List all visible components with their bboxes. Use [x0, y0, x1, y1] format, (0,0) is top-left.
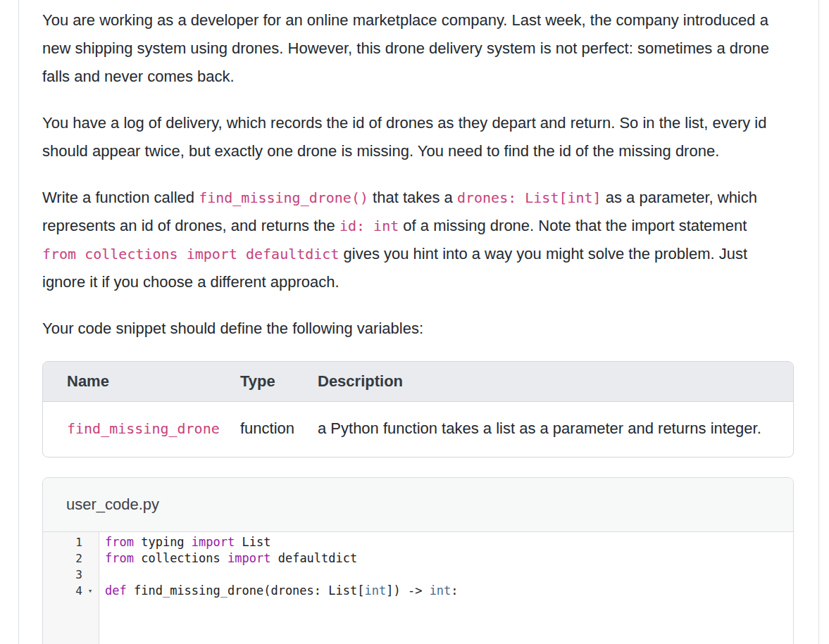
- line-number: 2: [43, 550, 82, 567]
- inline-code: drones: List[int]: [457, 189, 602, 206]
- fold-arrow-icon[interactable]: ▾: [82, 583, 98, 599]
- code-line[interactable]: from typing import List: [105, 534, 793, 550]
- code-editor[interactable]: 1234▾ from typing import Listfrom collec…: [43, 532, 793, 644]
- code-editor-panel: user_code.py 1234▾ from typing import Li…: [42, 477, 794, 644]
- paragraph: You have a log of delivery, which record…: [42, 109, 794, 165]
- gutter-row: 4▾: [43, 583, 99, 599]
- table-header-cell: Description: [318, 362, 793, 402]
- fold-spacer: [82, 567, 98, 583]
- table-header-cell: Name: [43, 362, 240, 402]
- gutter-row: 3: [43, 567, 99, 583]
- table-header-row: NameTypeDescription: [43, 362, 793, 402]
- code-line[interactable]: def find_missing_drone(drones: List[int]…: [105, 583, 793, 599]
- code-line[interactable]: [105, 567, 793, 583]
- code-line[interactable]: from collections import defaultdict: [105, 550, 793, 567]
- cell-name: find_missing_drone: [43, 402, 240, 457]
- editor-header: user_code.py: [43, 478, 793, 532]
- paragraph: You are working as a developer for an on…: [42, 6, 794, 91]
- code-token-plain: typing: [134, 535, 192, 549]
- code-token-keyword: def: [105, 583, 127, 598]
- line-number: 3: [43, 567, 82, 583]
- paragraph: Your code snippet should define the foll…: [42, 315, 794, 343]
- problem-statement: You are working as a developer for an on…: [42, 6, 794, 343]
- editor-gutter: 1234▾: [43, 532, 99, 644]
- gutter-row: 2: [43, 550, 99, 567]
- variables-table-header: NameTypeDescription: [43, 362, 793, 402]
- editor-code-area[interactable]: from typing import Listfrom collections …: [99, 532, 793, 644]
- code-token-plain: defaultdict: [270, 551, 357, 565]
- inline-code: find_missing_drone: [67, 420, 220, 437]
- code-token-plain: find_missing_drone(drones: List[: [127, 583, 365, 598]
- code-token-builtin: int: [364, 583, 386, 598]
- variables-table-body: find_missing_dronefunctiona Python funct…: [43, 402, 793, 457]
- code-token-keyword: import: [227, 551, 270, 565]
- code-token-plain: List: [235, 535, 270, 549]
- code-token-plain: ]) ->: [386, 583, 429, 598]
- cell-description: a Python function takes a list as a para…: [318, 402, 793, 457]
- line-number: 1: [43, 534, 82, 550]
- code-token-keyword: import: [192, 535, 235, 549]
- table-header-cell: Type: [240, 362, 318, 402]
- table-row: find_missing_dronefunctiona Python funct…: [43, 402, 793, 457]
- inline-code: from collections import defaultdict: [42, 246, 339, 263]
- inline-code: id: int: [339, 217, 399, 234]
- variables-table: NameTypeDescription find_missing_dronefu…: [43, 362, 793, 457]
- paragraph: Write a function called find_missing_dro…: [42, 184, 794, 296]
- line-number: 4: [43, 583, 82, 599]
- problem-panel: You are working as a developer for an on…: [18, 0, 819, 644]
- editor-filename: user_code.py: [66, 495, 159, 513]
- code-token-builtin: int: [430, 583, 451, 598]
- fold-spacer: [82, 550, 98, 567]
- fold-spacer: [82, 534, 98, 550]
- code-token-keyword: from: [105, 535, 134, 549]
- code-token-plain: collections: [134, 551, 227, 565]
- gutter-row: 1: [43, 534, 99, 550]
- code-token-keyword: from: [105, 551, 134, 565]
- inline-code: find_missing_drone(): [199, 189, 368, 206]
- cell-type: function: [240, 402, 318, 457]
- code-token-plain: :: [451, 583, 458, 598]
- problem-content: You are working as a developer for an on…: [19, 0, 818, 644]
- variables-table-container: NameTypeDescription find_missing_dronefu…: [42, 361, 794, 457]
